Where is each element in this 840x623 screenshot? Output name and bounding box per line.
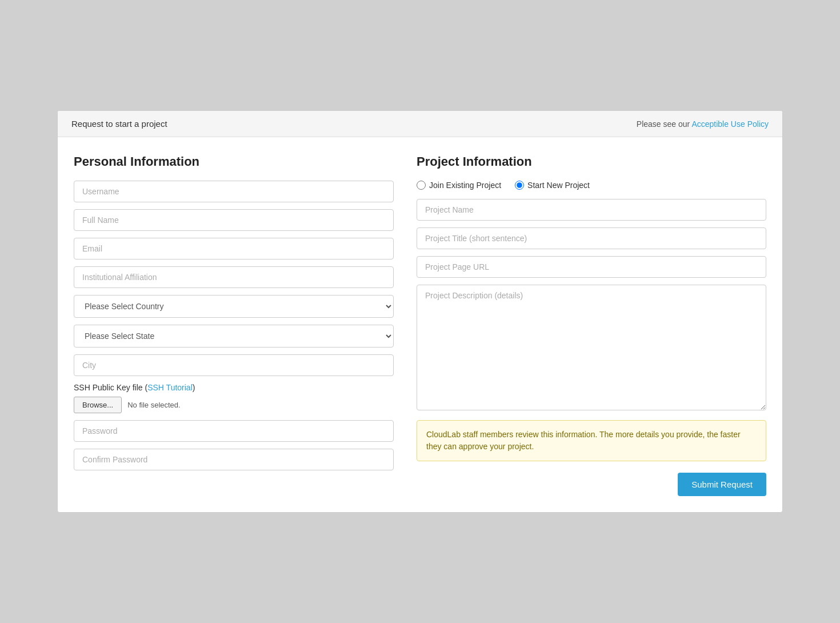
- affiliation-input[interactable]: [74, 266, 394, 288]
- confirm-password-input[interactable]: [74, 449, 394, 470]
- project-title-group: [417, 227, 766, 249]
- city-group: [74, 354, 394, 376]
- join-existing-radio[interactable]: [417, 181, 426, 190]
- personal-info-section: Personal Information Please Select Count…: [74, 154, 394, 496]
- no-file-label: No file selected.: [127, 401, 181, 409]
- page-header-title: Request to start a project: [71, 119, 167, 129]
- project-url-input[interactable]: [417, 256, 766, 278]
- project-type-radio-group: Join Existing Project Start New Project: [417, 181, 766, 190]
- city-input[interactable]: [74, 354, 394, 376]
- ssh-key-group: SSH Public Key file (SSH Tutorial) Brows…: [74, 383, 394, 413]
- join-existing-radio-label[interactable]: Join Existing Project: [417, 181, 501, 190]
- country-group: Please Select Country: [74, 295, 394, 318]
- username-input[interactable]: [74, 181, 394, 202]
- project-description-textarea[interactable]: [417, 285, 766, 410]
- page-header-policy: Please see our Acceptible Use Policy: [637, 119, 769, 129]
- password-group: [74, 420, 394, 442]
- page-header: Request to start a project Please see ou…: [58, 111, 782, 137]
- file-input-row: Browse... No file selected.: [74, 397, 394, 413]
- submit-row: Submit Request: [417, 473, 766, 496]
- start-new-radio-label[interactable]: Start New Project: [515, 181, 590, 190]
- submit-request-button[interactable]: Submit Request: [678, 473, 766, 496]
- project-title-input[interactable]: [417, 227, 766, 249]
- project-url-group: [417, 256, 766, 278]
- username-group: [74, 181, 394, 202]
- page-wrapper: Request to start a project Please see ou…: [57, 110, 783, 513]
- fullname-input[interactable]: [74, 209, 394, 231]
- affiliation-group: [74, 266, 394, 288]
- country-select[interactable]: Please Select Country: [74, 295, 394, 318]
- project-name-group: [417, 199, 766, 221]
- info-box: CloudLab staff members review this infor…: [417, 420, 766, 461]
- start-new-label: Start New Project: [527, 181, 590, 190]
- state-select[interactable]: Please Select State: [74, 325, 394, 348]
- confirm-password-group: [74, 449, 394, 470]
- page-body: Personal Information Please Select Count…: [58, 137, 782, 512]
- join-existing-label: Join Existing Project: [429, 181, 501, 190]
- acceptable-use-policy-link[interactable]: Acceptible Use Policy: [691, 119, 769, 129]
- personal-info-title: Personal Information: [74, 154, 394, 169]
- project-info-section: Project Information Join Existing Projec…: [417, 154, 766, 496]
- ssh-tutorial-link[interactable]: SSH Tutorial: [147, 383, 193, 392]
- email-input[interactable]: [74, 238, 394, 259]
- project-name-input[interactable]: [417, 199, 766, 221]
- fullname-group: [74, 209, 394, 231]
- password-input[interactable]: [74, 420, 394, 442]
- start-new-radio[interactable]: [515, 181, 524, 190]
- project-info-title: Project Information: [417, 154, 766, 169]
- browse-button[interactable]: Browse...: [74, 397, 122, 413]
- ssh-label: SSH Public Key file (SSH Tutorial): [74, 383, 394, 392]
- state-group: Please Select State: [74, 325, 394, 348]
- project-desc-group: [417, 285, 766, 412]
- email-group: [74, 238, 394, 259]
